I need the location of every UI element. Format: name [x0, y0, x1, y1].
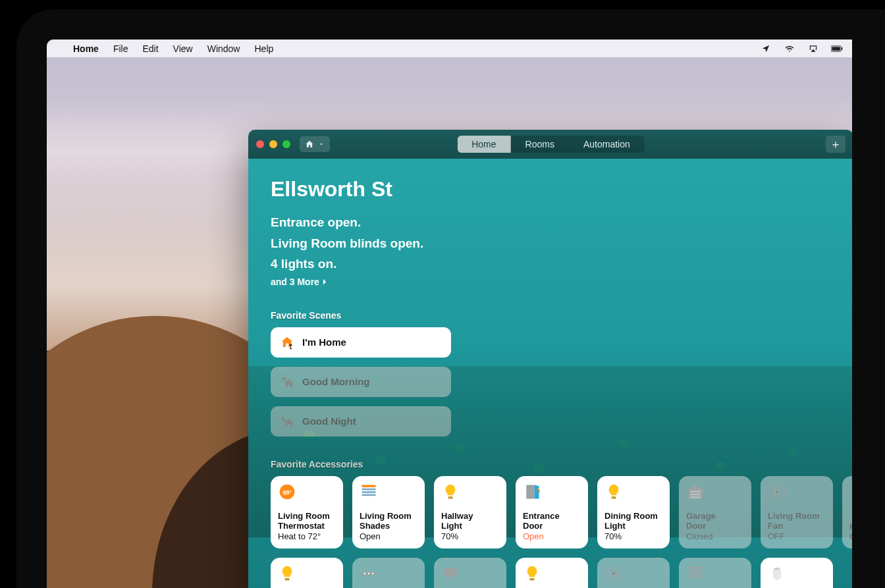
menubar-item-file[interactable]: File [113, 43, 128, 54]
svg-rect-40 [689, 575, 703, 577]
accessory-status: OFF [768, 532, 826, 542]
svg-point-22 [776, 491, 778, 493]
window-close-button[interactable] [256, 140, 264, 148]
bulb-icon [441, 483, 460, 501]
window-traffic-lights [256, 140, 290, 148]
home-app-window: Home Rooms Automation ＋ Ellsworth St Ent… [248, 130, 853, 588]
menubar-item-help[interactable]: Help [254, 43, 273, 54]
chevron-right-icon [322, 279, 327, 285]
svg-rect-34 [530, 578, 535, 581]
svg-text:68°: 68° [282, 489, 292, 495]
accessory-tile[interactable]: Living Room [434, 558, 506, 588]
status-line: Living Room blinds open. [271, 234, 831, 253]
scene-tile[interactable]: I'm Home [271, 327, 451, 358]
accessory-tile[interactable]: Entrance Door Open [516, 476, 588, 548]
home-picker-button[interactable] [300, 136, 330, 152]
accessories-grid: Kitchen Master Bed... Living Room Bedroo… [271, 558, 831, 588]
accessory-status: 70% [604, 532, 662, 542]
svg-rect-33 [448, 578, 453, 579]
laptop-body: Home File Edit View Window Help [0, 0, 885, 588]
window-titlebar: Home Rooms Automation ＋ [248, 130, 853, 159]
svg-point-29 [364, 572, 366, 574]
thermostat-icon: 68° [278, 483, 296, 501]
svg-rect-23 [852, 485, 853, 498]
svg-rect-15 [448, 496, 453, 499]
tv-icon [441, 564, 460, 583]
accessory-tile[interactable]: Kitchen [271, 558, 343, 588]
menubar-item-view[interactable]: View [173, 43, 193, 54]
svg-rect-11 [362, 485, 376, 487]
svg-rect-19 [690, 493, 701, 495]
accessory-tile[interactable]: Living Room Fan OFF [761, 476, 833, 548]
status-line: Entrance open. [271, 213, 831, 232]
accessory-line1: Living Room [768, 512, 826, 521]
accessory-tile[interactable]: Kitchen Outlet [842, 476, 853, 548]
accessory-tile[interactable]: Hallway Light 70% [434, 476, 506, 548]
svg-rect-13 [362, 491, 376, 493]
accessory-tile[interactable]: Dining Room Light 70% [597, 476, 670, 548]
svg-point-31 [372, 572, 374, 574]
screen-bezel: Home File Edit View Window Help [16, 9, 885, 588]
svg-rect-2 [842, 47, 842, 49]
shades-icon [686, 564, 705, 583]
svg-rect-38 [689, 570, 703, 572]
wifi-icon[interactable] [784, 44, 795, 53]
accessory-line1: Living Room [278, 512, 336, 521]
location-services-icon[interactable] [760, 44, 772, 53]
outlet-icon [849, 483, 853, 501]
accessory-tile[interactable]: Master Bed... [352, 558, 425, 588]
view-segmented-control: Home Rooms Automation [457, 136, 645, 153]
battery-icon[interactable] [831, 44, 843, 53]
add-button[interactable]: ＋ [826, 136, 845, 153]
accessory-tile[interactable]: Living Room Shades Open [352, 476, 425, 548]
accessory-status: Open [360, 532, 417, 542]
accessory-status: Open [523, 532, 581, 542]
accessory-line2: Door [523, 521, 581, 531]
menubar-app-name[interactable]: Home [73, 43, 99, 54]
macos-menubar: Home File Edit View Window Help [47, 40, 852, 57]
bulb-icon [278, 564, 296, 583]
window-zoom-button[interactable] [282, 140, 290, 148]
svg-rect-1 [832, 47, 840, 51]
bulb-icon [604, 483, 623, 501]
led-strip-icon [360, 564, 378, 583]
shades-icon [360, 483, 378, 501]
section-label-scenes: Favorite Scenes [271, 310, 831, 321]
accessory-line2: Fan [768, 521, 826, 531]
accessory-tile[interactable]: Bedroom [516, 558, 588, 588]
accessory-line2: Shades [360, 521, 417, 531]
accessory-line2: Outlet [849, 532, 853, 542]
home-app-content: Ellsworth St Entrance open. Living Room … [248, 159, 853, 588]
svg-rect-18 [690, 491, 701, 493]
scene-label: I'm Home [302, 336, 346, 348]
tab-rooms[interactable]: Rooms [511, 136, 569, 153]
accessory-status: Heat to 72° [278, 532, 336, 542]
svg-rect-16 [526, 485, 534, 498]
window-minimize-button[interactable] [269, 140, 277, 148]
tab-automation[interactable]: Automation [569, 136, 645, 153]
svg-rect-12 [362, 488, 376, 490]
accessory-tile[interactable]: Living Room [761, 558, 833, 588]
svg-point-30 [368, 572, 370, 574]
svg-rect-37 [689, 566, 703, 569]
status-more-button[interactable]: and 3 More [271, 277, 327, 287]
svg-rect-17 [612, 496, 616, 499]
bulb-icon [523, 564, 541, 583]
accessory-tile[interactable]: Garage Door Closed [679, 476, 751, 548]
accessory-line1: Dining Room [604, 512, 662, 521]
tab-home[interactable]: Home [457, 136, 510, 153]
fan-icon [604, 564, 623, 583]
svg-rect-32 [444, 568, 458, 577]
accessory-tile[interactable]: Bedroom [597, 558, 670, 588]
homepod-icon [768, 564, 786, 583]
arrive-home-icon [280, 335, 294, 350]
accessory-tile[interactable]: 68° Living Room Thermostat Heat to 72° [271, 476, 343, 548]
accessory-line1: Living Room [360, 512, 417, 521]
menubar-item-edit[interactable]: Edit [142, 43, 158, 54]
svg-point-36 [612, 572, 615, 575]
menubar-item-window[interactable]: Window [207, 43, 240, 54]
svg-rect-20 [690, 496, 701, 498]
accessory-tile[interactable]: Bedroom [679, 558, 751, 588]
garage-icon [686, 483, 705, 501]
airplay-icon[interactable] [807, 44, 819, 53]
